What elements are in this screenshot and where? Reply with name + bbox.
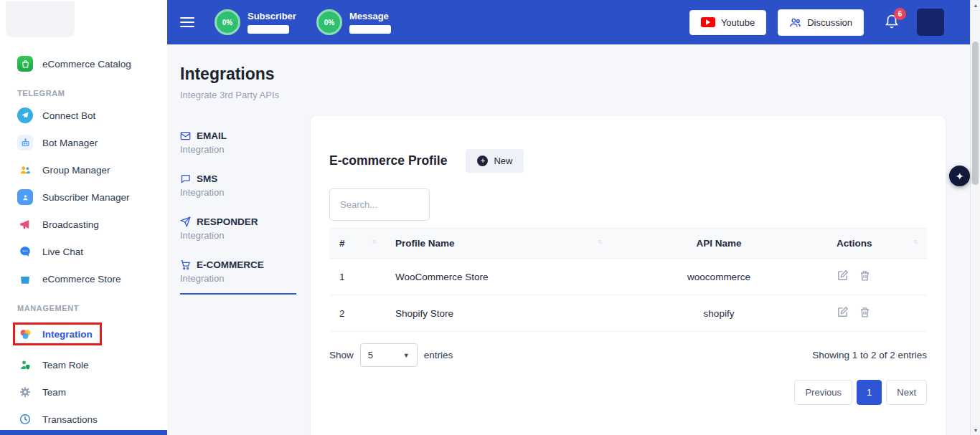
main-area: 0% Subscriber 0% Message Youtube [167, 0, 980, 435]
subnav-sms-integration[interactable]: SMS Integration [180, 169, 296, 207]
sidebar-item-integration[interactable]: Integration [0, 317, 167, 351]
sidebar-item-team-role[interactable]: Team Role [0, 351, 167, 378]
sparkle-icon: ✦ [956, 171, 964, 182]
subnav-item-name: E-COMMERCE [197, 259, 264, 270]
sidebar-item-broadcasting[interactable]: Broadcasting [0, 211, 167, 238]
cell-num: 2 [329, 295, 385, 332]
search-input[interactable] [329, 188, 430, 221]
sort-icon: ↑↓ [372, 238, 375, 245]
message-stat: 0% Message [316, 9, 391, 35]
header-actions[interactable]: Actions↑↓ [826, 229, 927, 259]
card-title: E-commerce Profile [329, 153, 447, 168]
new-profile-button[interactable]: + New [466, 149, 524, 173]
cell-profile-name: WooCommerce Store [385, 259, 611, 295]
subscriber-progress-ring: 0% [215, 9, 240, 35]
subnav-email-integration[interactable]: EMAIL Integration [180, 126, 296, 164]
discussion-button[interactable]: Discussion [778, 9, 864, 36]
cell-num: 1 [329, 259, 385, 295]
header-api-name[interactable]: API Name [611, 229, 826, 259]
ecommerce-profile-card: E-commerce Profile + New #↑↓ Profile Nam… [311, 116, 946, 435]
subnav-item-name: RESPONDER [197, 216, 258, 227]
team-icon [17, 384, 33, 400]
hamburger-menu-icon[interactable] [180, 17, 194, 27]
showing-entries-text: Showing 1 to 2 of 2 entries [812, 350, 927, 360]
chat-icon [17, 244, 33, 259]
sidebar-item-group-manager[interactable]: Group Manager [0, 156, 167, 183]
table-row: 1 WooCommerce Store woocommerce [329, 259, 927, 295]
sidebar-item-ecommerce-store[interactable]: eCommerce Store [0, 265, 167, 292]
sidebar-section-telegram: TELEGRAM [0, 77, 167, 102]
sidebar-item-connect-bot[interactable]: Connect Bot [0, 102, 167, 129]
sidebar-item-label: Subscriber Manager [42, 192, 130, 203]
pagination: Previous 1 Next [329, 380, 927, 405]
trash-icon [859, 269, 871, 282]
subnav-item-name: SMS [197, 173, 217, 184]
transactions-icon [17, 411, 33, 427]
catalog-bag-icon [17, 56, 33, 72]
sidebar-section-management: MANAGEMENT [0, 292, 167, 317]
sidebar-item-ecommerce-catalog[interactable]: eCommerce Catalog [0, 50, 167, 77]
subnav-item-name: EMAIL [197, 130, 227, 141]
cell-api-name: woocommerce [611, 259, 826, 295]
delete-button[interactable] [859, 306, 871, 320]
previous-page-button[interactable]: Previous [794, 380, 852, 405]
header-num[interactable]: #↑↓ [329, 229, 385, 259]
header-profile-name[interactable]: Profile Name↑↓ [385, 229, 611, 259]
sidebar-item-label: Bot Manager [42, 138, 98, 148]
page-1-button[interactable]: 1 [857, 380, 882, 405]
user-avatar[interactable] [917, 9, 944, 36]
assistant-fab[interactable]: ✦ [949, 166, 970, 186]
sidebar-item-label: eCommerce Store [42, 274, 121, 285]
sort-icon: ↑↓ [913, 238, 917, 245]
next-page-button[interactable]: Next [886, 380, 927, 405]
scrollbar-thumb[interactable] [972, 42, 979, 185]
youtube-button[interactable]: Youtube [689, 10, 766, 35]
sidebar-item-transactions[interactable]: Transactions [0, 406, 167, 430]
integration-subnav: EMAIL Integration SMS Integration [180, 116, 311, 300]
sidebar-item-label: Transactions [42, 414, 98, 425]
subnav-responder-integration[interactable]: RESPONDER Integration [180, 212, 296, 250]
sms-icon [180, 173, 191, 184]
scrollbar-down-arrow[interactable]: ▼ [971, 425, 980, 435]
sidebar-item-subscriber-manager[interactable]: Subscriber Manager [0, 183, 167, 211]
subnav-item-sub: Integration [180, 230, 296, 241]
profiles-table: #↑↓ Profile Name↑↓ API Name Actions↑↓ 1 … [329, 228, 927, 332]
page-scrollbar[interactable]: ▲ ▼ [970, 0, 980, 435]
entries-control: Show 5 ▼ entries [329, 343, 453, 367]
message-stat-value-placeholder [349, 25, 391, 34]
sidebar-item-label: Group Manager [42, 165, 110, 176]
sidebar-item-label: Live Chat [42, 247, 83, 257]
group-icon [17, 162, 33, 178]
cell-actions [826, 295, 927, 332]
entries-select-value: 5 [368, 350, 373, 360]
subscriber-stat: 0% Subscriber [215, 9, 296, 35]
team-role-icon [17, 357, 33, 373]
robot-icon [17, 135, 33, 150]
delete-button[interactable] [859, 269, 871, 284]
page-title: Integrations [180, 64, 946, 84]
page-subtitle: Integrate 3rd Party APIs [180, 90, 946, 100]
sidebar-item-label: Team [42, 387, 66, 398]
show-label: Show [329, 350, 354, 360]
sidebar-item-label: Broadcasting [42, 219, 99, 230]
new-button-label: New [494, 156, 512, 166]
sort-icon: ↑↓ [598, 238, 601, 245]
subscriber-stat-label: Subscriber [248, 11, 296, 21]
discussion-people-icon [789, 16, 801, 29]
email-icon [180, 130, 191, 141]
notifications-bell[interactable]: 6 [884, 13, 900, 32]
entries-label: entries [424, 350, 453, 360]
youtube-button-label: Youtube [721, 17, 755, 28]
sidebar-item-live-chat[interactable]: Live Chat [0, 238, 167, 265]
telegram-icon [17, 107, 33, 123]
entries-select[interactable]: 5 ▼ [360, 343, 418, 367]
edit-button[interactable] [837, 306, 849, 320]
edit-icon [837, 269, 849, 282]
send-icon [180, 216, 191, 227]
subnav-ecommerce-integration[interactable]: E-COMMERCE Integration [180, 255, 296, 295]
edit-button[interactable] [837, 269, 849, 284]
discussion-button-label: Discussion [807, 17, 852, 28]
sidebar-item-bot-manager[interactable]: Bot Manager [0, 129, 167, 156]
sidebar-item-team[interactable]: Team [0, 378, 167, 406]
scrollbar-up-arrow[interactable]: ▲ [971, 0, 980, 10]
